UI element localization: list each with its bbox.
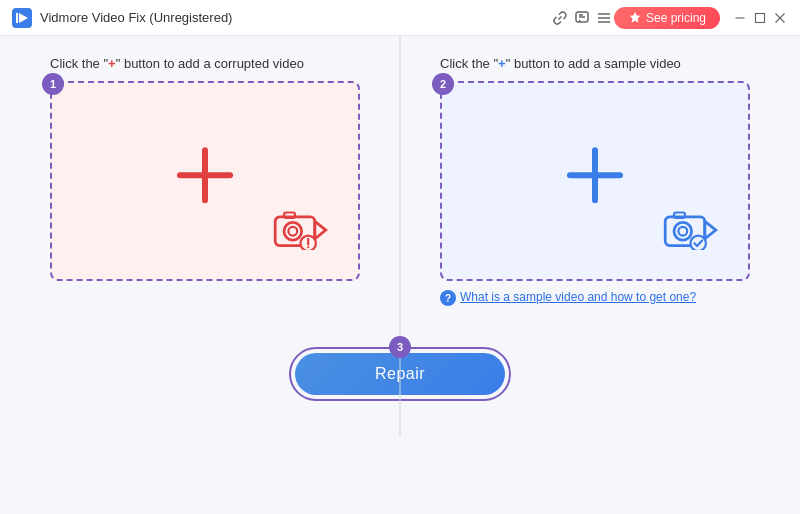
sample-video-panel: Click the "+" button to add a sample vid… (440, 56, 750, 306)
menu-icon[interactable] (594, 8, 614, 28)
svg-point-28 (691, 236, 706, 250)
add-corrupted-plus-icon (170, 140, 240, 214)
svg-point-24 (674, 222, 692, 240)
step3-badge: 3 (389, 336, 411, 358)
svg-rect-8 (756, 13, 765, 22)
see-pricing-button[interactable]: See pricing (614, 7, 720, 29)
window-controls (732, 10, 788, 26)
corrupted-video-label: Click the "+" button to add a corrupted … (50, 56, 304, 71)
app-title: Vidmore Video Fix (Unregistered) (40, 10, 542, 25)
svg-rect-26 (674, 213, 685, 219)
title-bar: Vidmore Video Fix (Unregistered) (0, 0, 800, 36)
add-sample-plus-icon (560, 140, 630, 214)
sample-link[interactable]: What is a sample video and how to get on… (460, 289, 696, 306)
minimize-button[interactable] (732, 10, 748, 26)
svg-marker-27 (705, 221, 716, 239)
step2-badge: 2 (432, 73, 454, 95)
svg-marker-17 (315, 221, 326, 239)
close-button[interactable] (772, 10, 788, 26)
help-circle-icon: ? (440, 290, 456, 306)
sample-video-upload-box[interactable]: 2 (440, 81, 750, 281)
corrupted-video-upload-box[interactable]: 1 (50, 81, 360, 281)
corrupted-camera-icon (273, 208, 328, 254)
app-logo-icon (12, 8, 32, 28)
corrupted-video-panel: Click the "+" button to add a corrupted … (50, 56, 360, 306)
svg-rect-2 (16, 13, 18, 23)
vertical-divider (400, 36, 401, 436)
link-icon[interactable] (550, 8, 570, 28)
sample-link-container: ? What is a sample video and how to get … (440, 289, 696, 306)
chat-icon[interactable] (572, 8, 592, 28)
main-content: Click the "+" button to add a corrupted … (0, 36, 800, 514)
maximize-button[interactable] (752, 10, 768, 26)
svg-point-15 (288, 227, 297, 236)
sample-video-label: Click the "+" button to add a sample vid… (440, 56, 681, 71)
sample-camera-icon (663, 208, 718, 254)
svg-point-25 (678, 227, 687, 236)
toolbar-icons (550, 8, 614, 28)
svg-rect-16 (284, 213, 295, 219)
svg-point-14 (284, 222, 302, 240)
svg-point-20 (307, 246, 309, 248)
step1-badge: 1 (42, 73, 64, 95)
